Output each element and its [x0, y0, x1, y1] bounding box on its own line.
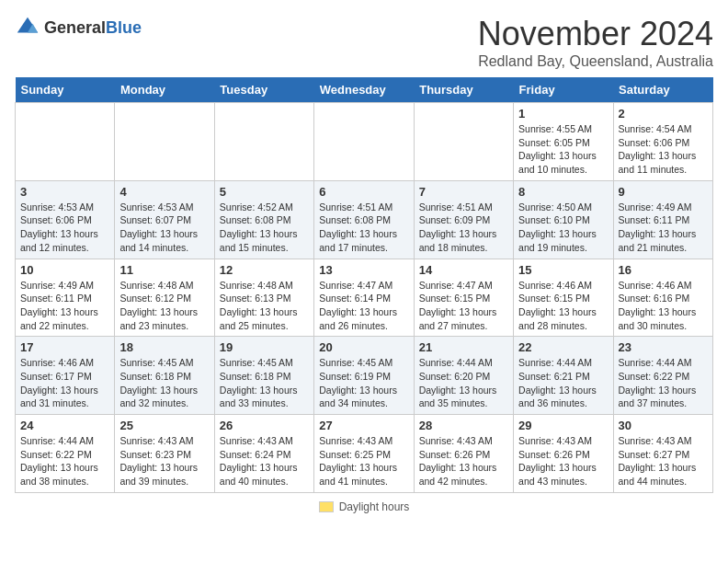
logo-text: GeneralBlue [44, 18, 142, 38]
logo-icon [15, 15, 40, 40]
calendar-day-cell: 16Sunrise: 4:46 AM Sunset: 6:16 PM Dayli… [613, 259, 712, 337]
day-number: 7 [419, 185, 508, 199]
day-number: 5 [220, 185, 309, 199]
calendar-day-cell: 26Sunrise: 4:43 AM Sunset: 6:24 PM Dayli… [214, 415, 313, 493]
day-info: Sunrise: 4:46 AM Sunset: 6:17 PM Dayligh… [20, 356, 109, 410]
day-info: Sunrise: 4:51 AM Sunset: 6:09 PM Dayligh… [419, 201, 508, 255]
day-number: 4 [119, 185, 209, 199]
day-number: 27 [319, 419, 408, 432]
calendar-day-cell: 6Sunrise: 4:51 AM Sunset: 6:08 PM Daylig… [314, 180, 414, 259]
day-info: Sunrise: 4:48 AM Sunset: 6:13 PM Dayligh… [220, 279, 309, 333]
calendar-day-cell: 18Sunrise: 4:45 AM Sunset: 6:18 PM Dayli… [115, 337, 214, 415]
day-number: 2 [619, 107, 708, 121]
day-number: 21 [419, 340, 508, 354]
calendar-day-cell: 10Sunrise: 4:49 AM Sunset: 6:11 PM Dayli… [16, 259, 115, 337]
calendar-week-row: 24Sunrise: 4:44 AM Sunset: 6:22 PM Dayli… [16, 415, 713, 493]
calendar-day-cell: 2Sunrise: 4:54 AM Sunset: 6:06 PM Daylig… [613, 103, 712, 181]
calendar-day-cell: 25Sunrise: 4:43 AM Sunset: 6:23 PM Dayli… [115, 415, 214, 493]
day-number: 11 [119, 263, 209, 277]
weekday-header: Wednesday [314, 77, 414, 103]
header: GeneralBlue November 2024 Redland Bay, Q… [15, 15, 713, 70]
day-number: 19 [220, 340, 309, 354]
calendar-table: SundayMondayTuesdayWednesdayThursdayFrid… [15, 77, 713, 493]
calendar-day-cell: 15Sunrise: 4:46 AM Sunset: 6:15 PM Dayli… [514, 259, 613, 337]
day-info: Sunrise: 4:47 AM Sunset: 6:15 PM Dayligh… [419, 279, 508, 333]
day-info: Sunrise: 4:53 AM Sunset: 6:06 PM Dayligh… [20, 201, 109, 255]
weekday-header: Tuesday [214, 77, 313, 103]
day-number: 24 [20, 419, 109, 432]
day-info: Sunrise: 4:44 AM Sunset: 6:20 PM Dayligh… [419, 356, 508, 410]
day-info: Sunrise: 4:48 AM Sunset: 6:12 PM Dayligh… [119, 279, 209, 333]
weekday-header: Saturday [613, 77, 712, 103]
calendar-day-cell: 14Sunrise: 4:47 AM Sunset: 6:15 PM Dayli… [414, 259, 513, 337]
legend-area: Daylight hours [15, 500, 713, 513]
weekday-header-row: SundayMondayTuesdayWednesdayThursdayFrid… [16, 77, 713, 103]
month-title: November 2024 [478, 15, 713, 53]
calendar-day-cell: 5Sunrise: 4:52 AM Sunset: 6:08 PM Daylig… [214, 180, 313, 259]
day-number: 3 [20, 185, 109, 199]
calendar-day-cell: 1Sunrise: 4:55 AM Sunset: 6:05 PM Daylig… [514, 103, 613, 181]
day-info: Sunrise: 4:43 AM Sunset: 6:23 PM Dayligh… [119, 434, 209, 488]
day-info: Sunrise: 4:49 AM Sunset: 6:11 PM Dayligh… [20, 279, 109, 333]
weekday-header: Friday [514, 77, 613, 103]
calendar-day-cell [414, 103, 513, 181]
day-info: Sunrise: 4:43 AM Sunset: 6:25 PM Dayligh… [319, 434, 408, 488]
day-info: Sunrise: 4:43 AM Sunset: 6:24 PM Dayligh… [220, 434, 309, 488]
calendar-day-cell [115, 103, 214, 181]
calendar-day-cell: 3Sunrise: 4:53 AM Sunset: 6:06 PM Daylig… [16, 180, 115, 259]
day-number: 25 [119, 419, 209, 432]
calendar-day-cell: 29Sunrise: 4:43 AM Sunset: 6:26 PM Dayli… [514, 415, 613, 493]
day-number: 26 [220, 419, 309, 432]
weekday-header: Sunday [16, 77, 115, 103]
day-info: Sunrise: 4:43 AM Sunset: 6:27 PM Dayligh… [619, 434, 708, 488]
day-number: 14 [419, 263, 508, 277]
day-number: 16 [619, 263, 708, 277]
day-info: Sunrise: 4:53 AM Sunset: 6:07 PM Dayligh… [119, 201, 209, 255]
day-info: Sunrise: 4:50 AM Sunset: 6:10 PM Dayligh… [518, 201, 608, 255]
calendar-day-cell: 19Sunrise: 4:45 AM Sunset: 6:18 PM Dayli… [214, 337, 313, 415]
calendar-day-cell: 24Sunrise: 4:44 AM Sunset: 6:22 PM Dayli… [16, 415, 115, 493]
calendar-day-cell: 20Sunrise: 4:45 AM Sunset: 6:19 PM Dayli… [314, 337, 414, 415]
calendar-day-cell: 4Sunrise: 4:53 AM Sunset: 6:07 PM Daylig… [115, 180, 214, 259]
calendar-day-cell: 7Sunrise: 4:51 AM Sunset: 6:09 PM Daylig… [414, 180, 513, 259]
logo: GeneralBlue [15, 15, 142, 40]
calendar-day-cell [314, 103, 414, 181]
calendar-day-cell: 11Sunrise: 4:48 AM Sunset: 6:12 PM Dayli… [115, 259, 214, 337]
day-info: Sunrise: 4:45 AM Sunset: 6:19 PM Dayligh… [319, 356, 408, 410]
day-number: 8 [518, 185, 608, 199]
day-number: 17 [20, 340, 109, 354]
day-number: 9 [619, 185, 708, 199]
logo-blue: Blue [106, 18, 142, 37]
weekday-header: Monday [115, 77, 214, 103]
day-number: 13 [319, 263, 408, 277]
day-info: Sunrise: 4:43 AM Sunset: 6:26 PM Dayligh… [518, 434, 608, 488]
day-info: Sunrise: 4:55 AM Sunset: 6:05 PM Dayligh… [518, 122, 608, 177]
day-number: 12 [220, 263, 309, 277]
calendar-day-cell: 8Sunrise: 4:50 AM Sunset: 6:10 PM Daylig… [514, 180, 613, 259]
calendar-day-cell: 22Sunrise: 4:44 AM Sunset: 6:21 PM Dayli… [514, 337, 613, 415]
calendar-day-cell: 21Sunrise: 4:44 AM Sunset: 6:20 PM Dayli… [414, 337, 513, 415]
day-info: Sunrise: 4:46 AM Sunset: 6:15 PM Dayligh… [518, 279, 608, 333]
day-info: Sunrise: 4:43 AM Sunset: 6:26 PM Dayligh… [419, 434, 508, 488]
day-number: 28 [419, 419, 508, 432]
calendar-day-cell: 28Sunrise: 4:43 AM Sunset: 6:26 PM Dayli… [414, 415, 513, 493]
legend-label: Daylight hours [339, 500, 410, 513]
calendar-day-cell: 12Sunrise: 4:48 AM Sunset: 6:13 PM Dayli… [214, 259, 313, 337]
calendar-day-cell [214, 103, 313, 181]
legend-box [319, 501, 334, 512]
day-number: 22 [518, 340, 608, 354]
calendar-week-row: 1Sunrise: 4:55 AM Sunset: 6:05 PM Daylig… [16, 103, 713, 181]
day-info: Sunrise: 4:46 AM Sunset: 6:16 PM Dayligh… [619, 279, 708, 333]
weekday-header: Thursday [414, 77, 513, 103]
day-number: 1 [518, 107, 608, 121]
logo-general: General [44, 18, 106, 37]
day-info: Sunrise: 4:45 AM Sunset: 6:18 PM Dayligh… [119, 356, 209, 410]
calendar-day-cell: 13Sunrise: 4:47 AM Sunset: 6:14 PM Dayli… [314, 259, 414, 337]
title-area: November 2024 Redland Bay, Queensland, A… [478, 15, 713, 70]
calendar-day-cell: 23Sunrise: 4:44 AM Sunset: 6:22 PM Dayli… [613, 337, 712, 415]
calendar-day-cell [16, 103, 115, 181]
day-number: 10 [20, 263, 109, 277]
calendar-day-cell: 30Sunrise: 4:43 AM Sunset: 6:27 PM Dayli… [613, 415, 712, 493]
day-info: Sunrise: 4:52 AM Sunset: 6:08 PM Dayligh… [220, 201, 309, 255]
day-info: Sunrise: 4:51 AM Sunset: 6:08 PM Dayligh… [319, 201, 408, 255]
